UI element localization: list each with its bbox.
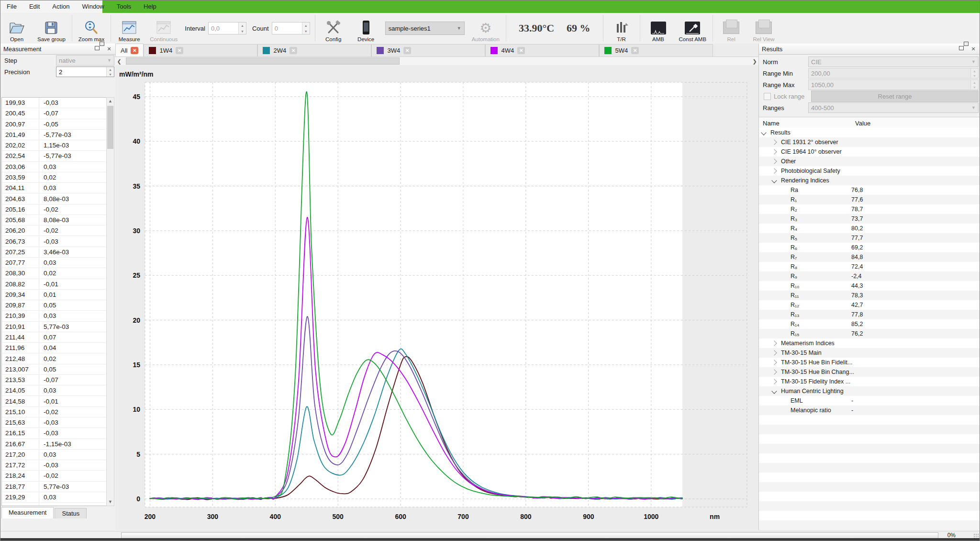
measurement-row[interactable]: 213,53 -0,07 <box>2 375 107 385</box>
chevron-right-icon[interactable] <box>771 168 777 173</box>
tree-item-r[interactable]: R₉-2,4 <box>759 271 980 281</box>
chart-tab-4w4[interactable]: 4W4✕ <box>485 44 599 56</box>
menu-item-edit[interactable]: Edit <box>23 0 46 13</box>
close-icon[interactable]: ✕ <box>290 47 297 54</box>
scroll-up-icon[interactable]: ▲ <box>107 98 114 105</box>
tree-item-r[interactable]: R₁₁78,3 <box>759 291 980 300</box>
tree-item-r[interactable]: R₁₅76,2 <box>759 329 980 338</box>
close-icon[interactable]: ✕ <box>176 47 183 54</box>
chevron-down-icon[interactable] <box>771 388 777 394</box>
measurement-row[interactable]: 205,16 -0,02 <box>2 204 107 215</box>
close-icon[interactable]: ✕ <box>970 46 977 52</box>
chevron-down-icon[interactable] <box>761 130 766 135</box>
tr-button[interactable]: T/R <box>605 13 638 44</box>
tree-item-other[interactable]: Other <box>759 157 980 166</box>
rel-view-button[interactable]: Rel View <box>747 13 780 44</box>
chevron-right-icon[interactable] <box>771 149 777 154</box>
tree-item-eml[interactable]: EML- <box>759 396 980 406</box>
interval-spinbox[interactable]: 0,0 ▲▼ <box>208 22 246 34</box>
tree-item-tm-30-15-hue-bin-fidelit[interactable]: TM-30-15 Hue Bin Fidelit... <box>759 358 980 367</box>
close-icon[interactable]: ✕ <box>631 47 639 54</box>
precision-stepper[interactable]: 2 ▲▼ <box>56 67 114 77</box>
scroll-down-icon[interactable]: ▼ <box>107 498 114 506</box>
measurement-row[interactable]: 215,63 -0,03 <box>2 417 107 428</box>
chart-tab-5w4[interactable]: 5W4✕ <box>599 44 713 56</box>
tree-item-cie-1964-10-observer[interactable]: CIE 1964 10° observer <box>759 147 980 157</box>
range-max-value[interactable]: 1050,00 <box>809 80 970 90</box>
chart-tab-1w4[interactable]: 1W4✕ <box>144 44 257 56</box>
close-icon[interactable]: ✕ <box>131 47 138 54</box>
tree-item-photobiological-safety[interactable]: Photobiological Safety <box>759 166 980 176</box>
range-min-stepper[interactable]: 200,00 ▲▼ <box>808 68 979 79</box>
tree-item-r[interactable]: R₁₃77,8 <box>759 310 980 319</box>
range-min-spin-arrows[interactable]: ▲▼ <box>970 68 978 78</box>
config-button[interactable]: Config <box>317 13 350 44</box>
spectrum-chart[interactable]: 0510152025303540452003004005006007008009… <box>115 65 758 531</box>
chart-scrollbar-thumb[interactable] <box>126 57 400 65</box>
measurement-row[interactable]: 204,63 8,08e-03 <box>2 193 107 204</box>
measurement-row[interactable]: 214,05 0,03 <box>2 385 107 396</box>
measurement-row[interactable]: 208,30 0,02 <box>2 268 107 279</box>
measurement-row[interactable]: 216,15 -0,03 <box>2 428 107 439</box>
chevron-right-icon[interactable] <box>771 139 777 145</box>
panel-tab-measurement[interactable]: Measurement <box>1 507 54 518</box>
scroll-right-icon[interactable]: ❯ <box>751 57 758 65</box>
measurement-row[interactable]: 216,67 -1,15e-03 <box>2 439 107 450</box>
measurement-row[interactable]: 204,11 0,03 <box>2 183 107 193</box>
measurement-row[interactable]: 209,87 0,05 <box>2 300 107 311</box>
device-button[interactable]: Device <box>350 13 382 44</box>
interval-value[interactable]: 0,0 <box>209 23 238 34</box>
tree-item-r[interactable]: R₇84,8 <box>759 252 980 262</box>
tree-item-tm-30-15-fidelity-index[interactable]: TM-30-15 Fidelity Index ... <box>759 377 980 386</box>
scroll-left-icon[interactable]: ❮ <box>115 57 123 65</box>
results-tree[interactable]: ResultsCIE 1931 2° observerCIE 1964 10° … <box>759 128 980 530</box>
count-spinbox[interactable]: 0 ▲▼ <box>272 22 310 34</box>
panel-tab-status[interactable]: Status <box>55 508 87 518</box>
measurement-row[interactable]: 207,77 0,03 <box>2 258 107 268</box>
const-amb-button[interactable]: Const AMB <box>675 13 711 44</box>
measurement-row[interactable]: 211,96 0,04 <box>2 343 107 353</box>
measurement-row[interactable]: 218,24 -0,02 <box>2 471 107 481</box>
tree-item-metamerism-indices[interactable]: Metamerism Indices <box>759 338 980 348</box>
menu-item-action[interactable]: Action <box>46 0 76 13</box>
measurement-row[interactable]: 212,48 0,02 <box>2 353 107 364</box>
measurement-row[interactable]: 215,10 -0,02 <box>2 407 107 417</box>
measurement-row[interactable]: 210,91 5,77e-03 <box>2 322 107 332</box>
measurement-row[interactable]: 211,44 0,07 <box>2 332 107 343</box>
tree-item-cie-1931-2-observer[interactable]: CIE 1931 2° observer <box>759 137 980 147</box>
interval-spin-arrows[interactable]: ▲▼ <box>238 23 246 34</box>
range-min-value[interactable]: 200,00 <box>809 68 970 78</box>
tree-item-r[interactable]: R₁₀44,3 <box>759 281 980 291</box>
tree-item-r[interactable]: R₁77,6 <box>759 195 980 204</box>
chevron-down-icon[interactable] <box>771 178 777 183</box>
menu-item-help[interactable]: Help <box>137 0 163 13</box>
menu-item-window[interactable]: Window <box>76 0 111 13</box>
tree-item-r[interactable]: R₂78,7 <box>759 204 980 214</box>
close-icon[interactable]: ✕ <box>517 47 525 54</box>
count-value[interactable]: 0 <box>272 23 302 34</box>
chevron-right-icon[interactable] <box>771 340 777 346</box>
norm-select[interactable]: CIE ▼ <box>808 56 979 67</box>
range-max-stepper[interactable]: 1050,00 ▲▼ <box>808 79 979 90</box>
precision-spin-arrows[interactable]: ▲▼ <box>106 67 114 77</box>
chevron-right-icon[interactable] <box>771 360 777 365</box>
measure-button[interactable]: Measure <box>113 13 145 44</box>
continuous-button[interactable]: Continuous <box>145 13 182 44</box>
measurement-row[interactable]: 200,45 -0,07 <box>2 108 107 119</box>
measurement-row[interactable]: 205,68 8,08e-03 <box>2 215 107 225</box>
chevron-right-icon[interactable] <box>771 369 777 374</box>
measurement-row[interactable]: 217,72 -0,03 <box>2 460 107 471</box>
measurement-row[interactable]: 203,06 0,03 <box>2 162 107 172</box>
tree-item-r[interactable]: R₅77,7 <box>759 233 980 243</box>
measurement-row[interactable]: 213,007 0,05 <box>2 364 107 375</box>
tree-item-r[interactable]: R₁₂42,7 <box>759 300 980 310</box>
save-group-button[interactable]: Save group <box>33 13 70 44</box>
chart-tab-all[interactable]: All✕ <box>115 44 144 56</box>
chart-tab-3w4[interactable]: 3W4✕ <box>371 44 485 56</box>
measurement-row[interactable]: 199,93 -0,03 <box>2 98 107 108</box>
rel-button[interactable]: Rel <box>715 13 747 44</box>
reset-range-button[interactable]: Reset range <box>811 90 979 102</box>
measurement-row[interactable]: 200,97 -0,05 <box>2 119 107 130</box>
tree-item-rendering-indices[interactable]: Rendering Indices <box>759 176 980 185</box>
measurement-row[interactable]: 219,29 0,03 <box>2 492 107 503</box>
